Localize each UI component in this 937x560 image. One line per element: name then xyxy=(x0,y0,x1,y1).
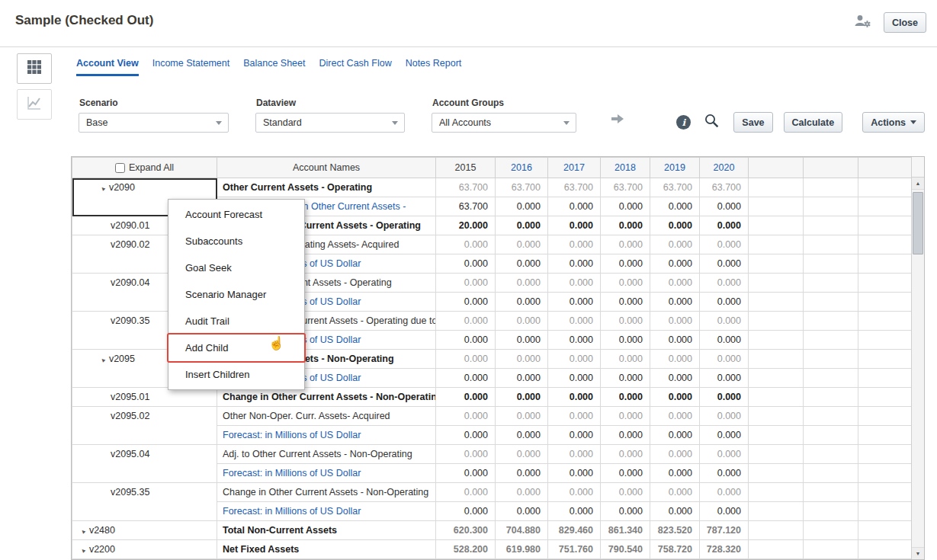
close-button[interactable]: Close xyxy=(884,12,926,33)
value-cell[interactable]: 0.000 xyxy=(496,331,548,350)
value-cell[interactable]: 0.000 xyxy=(436,388,496,407)
value-cell[interactable]: 0.000 xyxy=(650,388,700,407)
value-cell[interactable]: 0.000 xyxy=(700,216,749,235)
forecast-method-link[interactable]: Forecast: in Millions of US Dollar xyxy=(217,502,436,521)
value-cell[interactable]: 0.000 xyxy=(601,445,650,464)
value-cell[interactable]: 0.000 xyxy=(496,235,548,254)
value-cell[interactable]: 0.000 xyxy=(548,350,601,369)
account-name-cell[interactable]: Net Fixed Assets xyxy=(217,540,436,559)
value-cell[interactable]: 0.000 xyxy=(436,426,496,445)
value-cell[interactable]: 0.000 xyxy=(700,369,749,388)
calculate-button[interactable]: Calculate xyxy=(784,112,843,133)
value-cell[interactable]: 0.000 xyxy=(601,464,650,483)
value-cell[interactable]: 0.000 xyxy=(436,502,496,521)
year-column-header[interactable]: 2019 xyxy=(650,158,700,178)
value-cell[interactable]: 0.000 xyxy=(700,426,749,445)
year-column-header[interactable]: 2017 xyxy=(548,158,601,178)
value-cell[interactable]: 823.520 xyxy=(650,521,700,540)
value-cell[interactable]: 63.700 xyxy=(436,197,496,216)
value-cell[interactable]: 0.000 xyxy=(601,331,650,350)
value-cell[interactable]: 0.000 xyxy=(436,274,496,293)
value-cell[interactable]: 0.000 xyxy=(601,350,650,369)
value-cell[interactable]: 0.000 xyxy=(650,216,700,235)
value-cell[interactable]: 0.000 xyxy=(601,312,650,331)
tab-income-statement[interactable]: Income Statement xyxy=(152,56,229,76)
value-cell[interactable]: 0.000 xyxy=(496,407,548,426)
value-cell[interactable]: 758.720 xyxy=(650,540,700,559)
value-cell[interactable]: 63.700 xyxy=(436,178,496,197)
value-cell[interactable]: 0.000 xyxy=(436,254,496,274)
value-cell[interactable]: 0.000 xyxy=(700,274,749,293)
tab-balance-sheet[interactable]: Balance Sheet xyxy=(243,56,305,76)
value-cell[interactable]: 0.000 xyxy=(650,369,700,388)
value-cell[interactable]: 790.540 xyxy=(601,540,650,559)
save-button[interactable]: Save xyxy=(733,112,772,133)
value-cell[interactable]: 0.000 xyxy=(700,502,749,521)
value-cell[interactable]: 0.000 xyxy=(650,312,700,331)
value-cell[interactable]: 0.000 xyxy=(650,254,700,274)
value-cell[interactable]: 63.700 xyxy=(601,178,650,197)
value-cell[interactable]: 0.000 xyxy=(496,388,548,407)
scroll-up-button[interactable]: ▲ xyxy=(912,178,924,190)
scroll-down-button[interactable]: ▼ xyxy=(912,547,924,559)
value-cell[interactable]: 0.000 xyxy=(700,312,749,331)
expand-triangle-icon[interactable]: ▲ xyxy=(79,546,87,555)
value-cell[interactable]: 0.000 xyxy=(548,235,601,254)
value-cell[interactable]: 0.000 xyxy=(436,293,496,312)
value-cell[interactable]: 0.000 xyxy=(650,197,700,216)
value-cell[interactable]: 20.000 xyxy=(436,216,496,235)
value-cell[interactable]: 0.000 xyxy=(700,331,749,350)
value-cell[interactable]: 0.000 xyxy=(548,254,601,274)
dataview-select[interactable]: Standard xyxy=(255,113,405,133)
account-groups-select[interactable]: All Accounts xyxy=(432,113,576,133)
go-arrow-icon[interactable] xyxy=(609,112,626,129)
value-cell[interactable]: 0.000 xyxy=(601,274,650,293)
value-cell[interactable]: 0.000 xyxy=(548,216,601,235)
value-cell[interactable]: 0.000 xyxy=(650,350,700,369)
value-cell[interactable]: 0.000 xyxy=(650,464,700,483)
value-cell[interactable]: 0.000 xyxy=(436,350,496,369)
value-cell[interactable]: 0.000 xyxy=(548,331,601,350)
forecast-method-link[interactable]: Forecast: in Millions of US Dollar xyxy=(217,464,436,483)
info-icon[interactable]: i xyxy=(676,115,691,130)
value-cell[interactable]: 751.760 xyxy=(548,540,601,559)
value-cell[interactable]: 0.000 xyxy=(601,502,650,521)
value-cell[interactable]: 0.000 xyxy=(496,445,548,464)
value-cell[interactable]: 0.000 xyxy=(601,197,650,216)
value-cell[interactable]: 528.200 xyxy=(436,540,496,559)
value-cell[interactable]: 0.000 xyxy=(496,502,548,521)
value-cell[interactable]: 0.000 xyxy=(601,426,650,445)
value-cell[interactable]: 0.000 xyxy=(700,254,749,274)
account-name-cell[interactable]: Other Current Assets - Operating xyxy=(217,178,436,197)
value-cell[interactable]: 63.700 xyxy=(496,178,548,197)
value-cell[interactable]: 0.000 xyxy=(496,483,548,502)
account-name-cell[interactable]: Other Non-Oper. Curr. Assets- Acquired xyxy=(217,407,436,426)
actions-button[interactable]: Actions xyxy=(862,112,925,133)
year-column-header[interactable]: 2016 xyxy=(496,158,548,178)
value-cell[interactable]: 0.000 xyxy=(436,369,496,388)
value-cell[interactable]: 0.000 xyxy=(548,388,601,407)
account-code-cell[interactable]: ▲v2200 xyxy=(72,540,217,559)
value-cell[interactable]: 0.000 xyxy=(700,350,749,369)
value-cell[interactable]: 619.980 xyxy=(496,540,548,559)
user-settings-icon[interactable] xyxy=(853,13,871,33)
value-cell[interactable]: 0.000 xyxy=(650,502,700,521)
value-cell[interactable]: 0.000 xyxy=(650,274,700,293)
chart-view-button[interactable] xyxy=(17,89,52,120)
account-code-cell[interactable]: v2095.01 xyxy=(72,388,217,407)
value-cell[interactable]: 0.000 xyxy=(496,216,548,235)
value-cell[interactable]: 0.000 xyxy=(700,197,749,216)
value-cell[interactable]: 0.000 xyxy=(496,254,548,274)
menu-item-insert-children[interactable]: Insert Children xyxy=(168,361,304,388)
value-cell[interactable]: 0.000 xyxy=(496,464,548,483)
value-cell[interactable]: 0.000 xyxy=(496,369,548,388)
value-cell[interactable]: 0.000 xyxy=(548,274,601,293)
value-cell[interactable]: 0.000 xyxy=(650,426,700,445)
expand-all-checkbox[interactable] xyxy=(115,163,125,173)
account-name-cell[interactable]: Change in Other Current Assets - Non-Ope… xyxy=(217,388,436,407)
value-cell[interactable]: 787.120 xyxy=(700,521,749,540)
tab-notes-report[interactable]: Notes Report xyxy=(406,56,462,76)
value-cell[interactable]: 0.000 xyxy=(548,197,601,216)
value-cell[interactable]: 0.000 xyxy=(436,483,496,502)
value-cell[interactable]: 0.000 xyxy=(601,369,650,388)
